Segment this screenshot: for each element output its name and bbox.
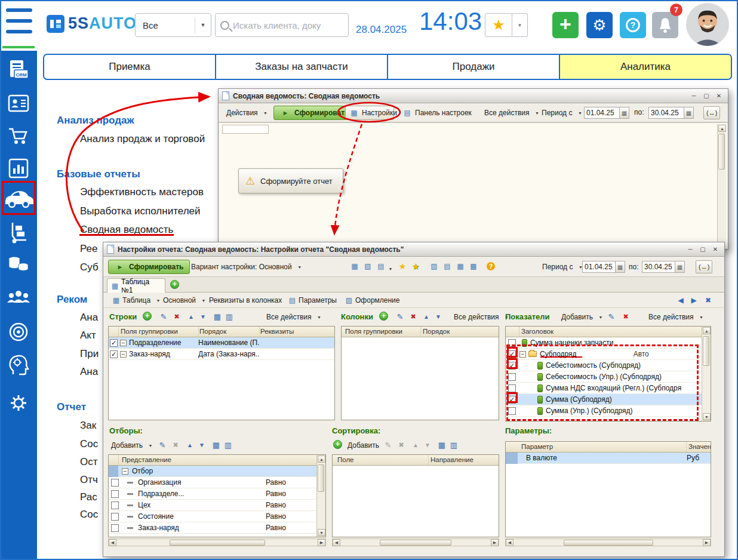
- period-selector-button[interactable]: (↔): [703, 106, 720, 119]
- expander-icon[interactable]: [120, 351, 127, 358]
- menu-item-truncated-10[interactable]: Отч: [80, 474, 98, 486]
- period-from-dropdown[interactable]: Период с: [539, 106, 588, 120]
- menubar-main[interactable]: Основной: [160, 293, 212, 307]
- rows-delete-icon[interactable]: [171, 311, 182, 322]
- rows-edit-icon[interactable]: [158, 311, 169, 322]
- help-button[interactable]: ?: [620, 12, 646, 38]
- maximize-icon[interactable]: ▢: [701, 91, 712, 101]
- tab-parts-orders[interactable]: Заказы на запчасти: [216, 55, 388, 79]
- menubar-attrs-in-columns[interactable]: Реквизиты в колонках: [206, 293, 285, 307]
- add-table-tab-button[interactable]: +: [170, 280, 179, 289]
- sorting-move-up-icon[interactable]: [410, 439, 421, 450]
- generate-report-prompt-button[interactable]: Сформируйте отчет: [238, 168, 343, 193]
- row-checkbox[interactable]: [111, 501, 119, 509]
- sorting-edit-icon[interactable]: [383, 439, 393, 450]
- sorting-add-button[interactable]: Добавить: [345, 438, 382, 453]
- global-search[interactable]: [215, 13, 349, 37]
- sidebar-item-clients[interactable]: [0, 284, 37, 313]
- row-checkbox[interactable]: [508, 373, 516, 381]
- settings-button[interactable]: ⚙: [586, 12, 613, 38]
- indicators-delete-icon[interactable]: [620, 311, 631, 322]
- expander-icon[interactable]: [519, 351, 526, 358]
- close-panel-icon[interactable]: [703, 295, 714, 306]
- horizontal-scrollbar[interactable]: ◀▶: [108, 539, 326, 546]
- sidebar-item-settings[interactable]: [0, 388, 37, 418]
- menu-item-truncated-2[interactable]: Суб: [80, 261, 99, 273]
- columns-delete-icon[interactable]: [408, 311, 419, 322]
- send-report-icon[interactable]: [429, 261, 439, 272]
- menubar-table[interactable]: Таблица: [109, 293, 167, 307]
- menu-item-truncated-11[interactable]: Рас: [80, 491, 97, 503]
- report-settings-button[interactable]: Настройки: [345, 106, 394, 120]
- hamburger-menu-icon[interactable]: [6, 8, 32, 33]
- period-selector-button[interactable]: (↔): [696, 260, 712, 273]
- filter-row[interactable]: Организация Равно: [109, 477, 325, 488]
- row-checkbox[interactable]: [110, 339, 118, 347]
- indicators-add-button[interactable]: Добавить: [558, 310, 609, 324]
- period-from-dropdown[interactable]: Период с: [539, 260, 589, 274]
- period-from-input[interactable]: [584, 107, 620, 119]
- rows-move-up-icon[interactable]: [186, 311, 196, 322]
- menu-item-truncated-6[interactable]: Ана: [80, 366, 98, 378]
- table-row[interactable]: Сумма (Упр.) (Субподряд): [506, 405, 711, 417]
- menu-item-summary-sheet[interactable]: Сводная ведомость: [80, 224, 173, 236]
- settings-window-titlebar[interactable]: Настройки отчета: Сводная ведомость: Нас…: [103, 242, 724, 257]
- filter-row[interactable]: Заказ-наряд Равно: [109, 522, 325, 534]
- close-icon[interactable]: ✕: [714, 91, 724, 101]
- sidebar-item-finance[interactable]: [0, 250, 37, 280]
- chevron-down-icon[interactable]: [385, 263, 396, 274]
- expander-icon[interactable]: [120, 340, 127, 346]
- all-actions-button[interactable]: Все действия: [481, 106, 545, 120]
- sidebar-item-workshop-active[interactable]: [0, 183, 37, 213]
- rows-add-icon[interactable]: +: [143, 312, 152, 321]
- sidebar-item-warehouse[interactable]: [0, 218, 37, 248]
- sorting-ungroup-icon[interactable]: [448, 439, 459, 450]
- sidebar-item-sales-cart[interactable]: [0, 121, 37, 151]
- rows-move-down-icon[interactable]: [198, 311, 208, 322]
- period-from-input[interactable]: [582, 261, 616, 273]
- calendar-icon[interactable]: [675, 261, 685, 273]
- tab-table-1[interactable]: Таблица №1: [107, 278, 165, 293]
- row-checkbox[interactable]: [111, 524, 119, 532]
- close-icon[interactable]: ✕: [710, 245, 721, 254]
- filter-row[interactable]: Состояние Равно: [109, 511, 325, 522]
- favorites-button[interactable]: [485, 13, 512, 37]
- menubar-parameters[interactable]: Параметры: [285, 293, 340, 307]
- filters-edit-icon[interactable]: [157, 439, 168, 450]
- table-row[interactable]: Подразделение Наименование (П...: [109, 337, 334, 349]
- minimize-icon[interactable]: ─: [685, 245, 696, 254]
- menu-item-truncated-4[interactable]: Акт: [80, 330, 96, 341]
- menu-item-truncated-9[interactable]: Ост: [80, 456, 98, 468]
- menu-item-truncated-8[interactable]: Сос: [80, 438, 98, 450]
- add-favorite-icon[interactable]: [410, 261, 421, 272]
- row-checkbox[interactable]: [111, 513, 119, 521]
- columns-add-icon[interactable]: +: [379, 312, 388, 321]
- load-settings-icon[interactable]: [362, 261, 373, 272]
- rows-all-actions[interactable]: Все действия: [263, 310, 327, 324]
- columns-edit-icon[interactable]: [395, 311, 405, 322]
- favorite-icon[interactable]: [397, 261, 408, 272]
- horizontal-scrollbar[interactable]: ◀▶: [332, 539, 499, 546]
- filters-ungroup-icon[interactable]: [223, 439, 233, 450]
- favorites-dropdown[interactable]: [512, 13, 528, 37]
- row-checkbox[interactable]: [111, 490, 119, 498]
- journal-icon[interactable]: [442, 261, 453, 272]
- filter-row[interactable]: Цех Равно: [109, 500, 325, 511]
- row-checkbox[interactable]: [508, 407, 516, 415]
- table-row[interactable]: Субподряд Авто: [506, 349, 711, 360]
- row-checkbox[interactable]: [508, 350, 516, 358]
- sorting-delete-icon[interactable]: [396, 439, 407, 450]
- columns-move-up-icon[interactable]: [421, 311, 432, 322]
- filters-add-button[interactable]: Добавить: [108, 438, 159, 453]
- forward-icon[interactable]: [688, 295, 699, 306]
- settings-panel-button[interactable]: Панель настроек: [399, 106, 475, 120]
- indicators-edit-icon[interactable]: [606, 311, 617, 322]
- period-to-input[interactable]: [648, 107, 684, 119]
- chevron-down-icon[interactable]: ▼: [195, 22, 211, 28]
- table-row[interactable]: Себестоимость (Упр.) (Субподряд): [506, 371, 711, 383]
- horizontal-scrollbar[interactable]: ◀▶: [505, 539, 711, 546]
- calendar-icon[interactable]: [684, 107, 694, 119]
- sorting-move-down-icon[interactable]: [422, 439, 433, 450]
- sidebar-item-reports[interactable]: [0, 153, 37, 183]
- row-checkbox[interactable]: [508, 384, 516, 392]
